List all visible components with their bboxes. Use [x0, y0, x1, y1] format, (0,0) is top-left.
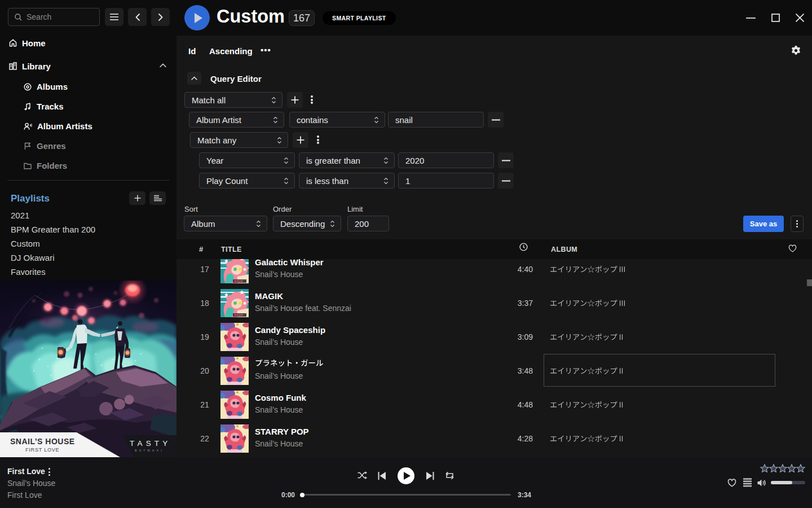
svg-text:FIRST LOVE: FIRST LOVE [25, 447, 59, 453]
svg-text:TASTY: TASTY [130, 439, 171, 448]
svg-text:BATMAXI: BATMAXI [135, 449, 164, 452]
svg-text:SNAIL’S HOUSE: SNAIL’S HOUSE [10, 437, 75, 446]
